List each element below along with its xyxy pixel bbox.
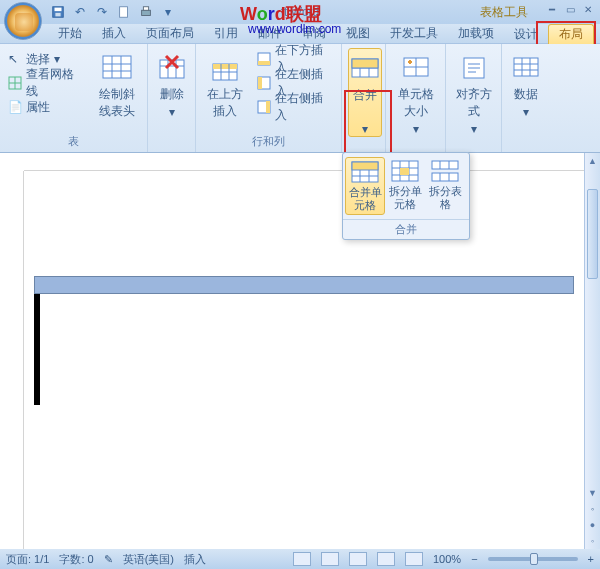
zoom-slider[interactable]	[488, 557, 578, 561]
view-outline-button[interactable]	[377, 552, 395, 566]
word-table[interactable]	[34, 294, 40, 405]
group-cellsize: 单元格大小▾	[386, 44, 446, 152]
split-cells-icon	[390, 159, 420, 183]
grid-icon	[8, 76, 22, 90]
split-cells-button[interactable]: 拆分单元格	[385, 157, 425, 215]
cellsize-button[interactable]: 单元格大小▾	[392, 48, 439, 136]
merge-cells-icon	[350, 160, 380, 184]
ribbon-tabs: 开始 插入 页面布局 引用 邮件 审阅 视图 开发工具 加载项 设计 布局	[0, 24, 600, 44]
undo-icon[interactable]: ↶	[72, 4, 88, 20]
svg-rect-56	[400, 168, 409, 175]
quick-access-toolbar: ↶ ↷ ▾	[50, 4, 176, 20]
tab-page-layout[interactable]: 页面布局	[136, 23, 204, 43]
svg-rect-2	[55, 13, 60, 17]
close-button[interactable]: ✕	[580, 2, 596, 16]
group-label-table: 表	[6, 132, 141, 152]
insert-right-button[interactable]: 在右侧插入	[255, 96, 335, 118]
svg-rect-58	[432, 173, 458, 181]
merge-dropdown-popup: 合并单元格 拆分单元格 拆分表格 合并	[342, 152, 470, 240]
scroll-up-icon[interactable]: ▲	[585, 153, 600, 169]
data-button[interactable]: 数据▾	[508, 48, 544, 119]
tab-developer[interactable]: 开发工具	[380, 23, 448, 43]
popup-group-label: 合并	[343, 219, 469, 239]
group-align: 对齐方式▾	[446, 44, 502, 152]
cursor-icon: ↖	[8, 52, 22, 66]
selected-table-row[interactable]	[34, 276, 574, 294]
table-row	[35, 295, 40, 317]
insert-above-icon	[209, 52, 241, 84]
vertical-ruler[interactable]	[0, 171, 24, 549]
split-table-icon	[430, 159, 460, 183]
svg-rect-24	[258, 61, 270, 65]
vertical-scrollbar[interactable]: ▲ ▼ ◦ ● ◦	[584, 153, 600, 549]
split-table-button[interactable]: 拆分表格	[425, 157, 465, 215]
tab-review[interactable]: 审阅	[292, 23, 336, 43]
group-delete: 删除▾	[148, 44, 196, 152]
group-data: 数据▾	[502, 44, 550, 152]
tab-view[interactable]: 视图	[336, 23, 380, 43]
context-tab-group-label: 表格工具	[480, 4, 528, 21]
properties-button[interactable]: 📄属性	[6, 96, 87, 118]
horizontal-ruler[interactable]	[24, 153, 584, 171]
spellcheck-icon[interactable]: ✎	[104, 553, 113, 566]
status-page[interactable]: 页面: 1/1	[6, 552, 49, 567]
svg-rect-33	[352, 59, 378, 68]
office-button[interactable]	[4, 2, 42, 40]
ribbon: ↖选择▾ 查看网格线 📄属性 绘制斜线表头 表 删除▾ 在上方插入	[0, 44, 600, 153]
print-icon[interactable]	[138, 4, 154, 20]
merge-cells-button[interactable]: 合并单元格	[345, 157, 385, 215]
scroll-down-icon[interactable]: ▼	[585, 485, 600, 501]
tab-references[interactable]: 引用	[204, 23, 248, 43]
cellsize-icon	[400, 52, 432, 84]
view-draft-button[interactable]	[405, 552, 423, 566]
title-bar: ↶ ↷ ▾ ft Word 表格工具 ━ ▭ ✕	[0, 0, 600, 24]
insert-above-button[interactable]: 在上方插入	[202, 48, 249, 120]
zoom-in-button[interactable]: +	[588, 553, 594, 565]
tab-home[interactable]: 开始	[48, 23, 92, 43]
svg-rect-9	[103, 56, 131, 78]
group-label-delete	[154, 135, 189, 152]
qat-dropdown-icon[interactable]: ▾	[160, 4, 176, 20]
zoom-out-button[interactable]: −	[471, 553, 477, 565]
table-row	[35, 361, 40, 383]
status-language[interactable]: 英语(美国)	[123, 552, 174, 567]
align-button[interactable]: 对齐方式▾	[452, 48, 495, 136]
browse-next-icon[interactable]: ◦	[585, 533, 600, 549]
view-fullscreen-button[interactable]	[321, 552, 339, 566]
svg-rect-1	[55, 8, 62, 12]
align-icon	[458, 52, 490, 84]
draw-diagonal-button[interactable]: 绘制斜线表头	[93, 48, 141, 120]
view-print-layout-button[interactable]	[293, 552, 311, 566]
merge-icon	[349, 53, 381, 85]
document-area[interactable]	[24, 171, 584, 549]
group-table: ↖选择▾ 查看网格线 📄属性 绘制斜线表头 表	[0, 44, 148, 152]
data-icon	[510, 52, 542, 84]
zoom-level[interactable]: 100%	[433, 553, 461, 565]
window-title: ft Word	[281, 5, 319, 19]
status-insert-mode[interactable]: 插入	[184, 552, 206, 567]
scroll-thumb[interactable]	[587, 189, 598, 279]
save-icon[interactable]	[50, 4, 66, 20]
browse-prev-icon[interactable]: ◦	[585, 501, 600, 517]
table-row	[35, 339, 40, 361]
new-doc-icon[interactable]	[116, 4, 132, 20]
svg-rect-26	[258, 77, 262, 89]
table-row	[35, 383, 40, 405]
zoom-knob[interactable]	[530, 553, 538, 565]
status-words[interactable]: 字数: 0	[59, 552, 93, 567]
status-bar: 页面: 1/1 字数: 0 ✎ 英语(美国) 插入 100% − +	[0, 549, 600, 569]
view-web-button[interactable]	[349, 552, 367, 566]
browse-object-icon[interactable]: ●	[585, 517, 600, 533]
delete-button[interactable]: 删除▾	[154, 48, 189, 119]
redo-icon[interactable]: ↷	[94, 4, 110, 20]
delete-icon	[156, 52, 188, 84]
restore-button[interactable]: ▭	[562, 2, 578, 16]
view-gridlines-button[interactable]: 查看网格线	[6, 72, 87, 94]
svg-rect-28	[266, 101, 270, 113]
svg-rect-5	[143, 7, 148, 11]
svg-rect-57	[432, 161, 458, 169]
tab-addins[interactable]: 加载项	[448, 23, 504, 43]
tab-mailings[interactable]: 邮件	[248, 23, 292, 43]
tab-insert[interactable]: 插入	[92, 23, 136, 43]
minimize-button[interactable]: ━	[544, 2, 560, 16]
